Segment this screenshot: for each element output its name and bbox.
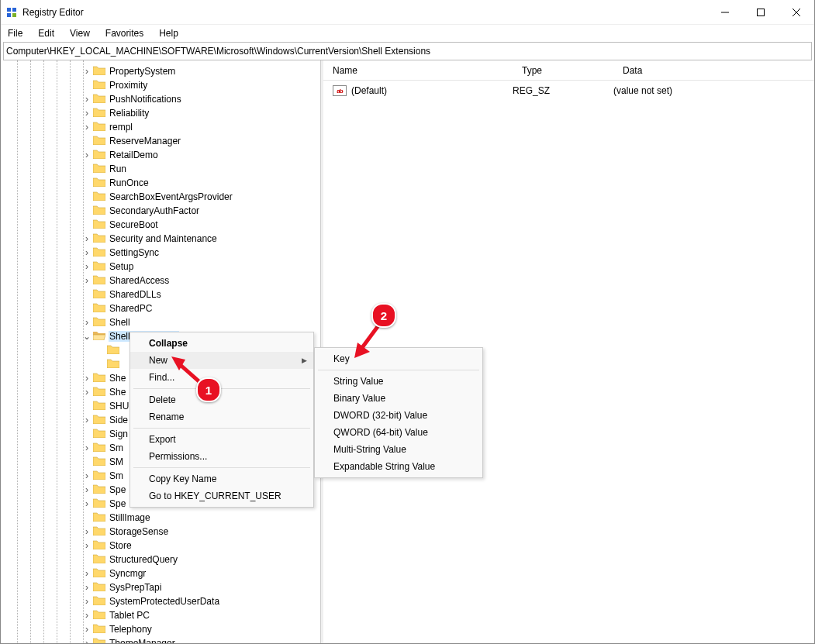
list-row[interactable]: ab (Default) REG_SZ (value not set) bbox=[323, 81, 814, 98]
tree-node[interactable]: StillImage bbox=[1, 511, 320, 525]
tree-node[interactable]: ›SystemProtectedUserData bbox=[1, 594, 320, 608]
tree-node[interactable]: ›RetailDemo bbox=[1, 148, 320, 162]
chevron-right-icon[interactable]: › bbox=[81, 526, 92, 537]
ctx-new-expand[interactable]: Expandable String Value bbox=[315, 458, 482, 475]
menu-favorites[interactable]: Favorites bbox=[103, 27, 146, 40]
chevron-right-icon[interactable]: › bbox=[81, 317, 92, 328]
col-header-data[interactable]: Data bbox=[613, 65, 814, 76]
col-header-type[interactable]: Type bbox=[513, 65, 613, 76]
chevron-right-icon[interactable]: › bbox=[81, 108, 92, 119]
ctx-new-qword[interactable]: QWORD (64-bit) Value bbox=[315, 424, 482, 441]
chevron-right-icon[interactable]: › bbox=[81, 582, 92, 593]
tree-node[interactable]: SharedDLLs bbox=[1, 288, 320, 301]
menu-edit[interactable]: Edit bbox=[36, 27, 57, 40]
tree-node[interactable]: ›StorageSense bbox=[1, 525, 320, 539]
tree-label: SM bbox=[109, 456, 124, 467]
ctx-rename[interactable]: Rename bbox=[130, 408, 313, 425]
chevron-right-icon[interactable]: › bbox=[81, 610, 92, 621]
maximize-button[interactable] bbox=[743, 0, 779, 24]
tree-node[interactable]: SharedPC bbox=[1, 301, 320, 315]
chevron-right-icon[interactable]: › bbox=[81, 470, 92, 481]
tree-node[interactable]: ›SysPrepTapi bbox=[1, 580, 320, 594]
chevron-right-icon[interactable]: › bbox=[81, 247, 92, 258]
ctx-find[interactable]: Find... bbox=[130, 369, 313, 386]
chevron-right-icon[interactable]: › bbox=[81, 624, 92, 635]
tree-label: RunOnce bbox=[109, 177, 150, 188]
tree-node[interactable]: ReserveManager bbox=[1, 134, 320, 148]
expander-placeholder bbox=[95, 345, 106, 356]
tree-node[interactable]: ›Shell bbox=[1, 315, 320, 329]
tree-node[interactable]: StructuredQuery bbox=[1, 553, 320, 567]
tree-node[interactable]: ›ThemeManager bbox=[1, 636, 320, 643]
svg-rect-3 bbox=[12, 13, 16, 17]
chevron-right-icon[interactable]: › bbox=[81, 66, 92, 77]
chevron-right-icon[interactable]: › bbox=[81, 484, 92, 495]
ctx-goto-hkcu[interactable]: Go to HKEY_CURRENT_USER bbox=[130, 487, 313, 505]
tree-label: PushNotifications bbox=[109, 94, 182, 105]
tree-node[interactable]: ›Security and Maintenance bbox=[1, 232, 320, 246]
svg-rect-2 bbox=[7, 13, 11, 17]
ctx-export[interactable]: Export bbox=[130, 431, 313, 448]
ctx-new-dword[interactable]: DWORD (32-bit) Value bbox=[315, 407, 482, 424]
menu-file[interactable]: File bbox=[5, 27, 25, 40]
chevron-right-icon[interactable]: › bbox=[81, 275, 92, 286]
tree-node[interactable]: SecondaryAuthFactor bbox=[1, 204, 320, 218]
address-bar[interactable]: Computer\HKEY_LOCAL_MACHINE\SOFTWARE\Mic… bbox=[3, 42, 812, 60]
chevron-right-icon[interactable]: › bbox=[81, 638, 92, 643]
ctx-new[interactable]: New▶ bbox=[130, 352, 313, 369]
tree-node[interactable]: SecureBoot bbox=[1, 218, 320, 232]
tree-node[interactable]: RunOnce bbox=[1, 176, 320, 190]
ctx-copy-key-name[interactable]: Copy Key Name bbox=[130, 470, 313, 487]
chevron-right-icon[interactable]: › bbox=[81, 94, 92, 105]
folder-icon bbox=[107, 344, 123, 356]
tree-node[interactable]: Run bbox=[1, 162, 320, 176]
svg-rect-0 bbox=[7, 8, 11, 12]
folder-icon bbox=[93, 498, 109, 510]
tree-node[interactable]: ›Telephony bbox=[1, 622, 320, 636]
tree-node[interactable]: ›SharedAccess bbox=[1, 274, 320, 288]
tree-label: SharedDLLs bbox=[109, 289, 162, 300]
expander-placeholder bbox=[81, 219, 92, 230]
minimize-button[interactable] bbox=[707, 0, 743, 24]
tree-label: Sign bbox=[109, 429, 129, 439]
tree-node[interactable]: ›Tablet PC bbox=[1, 608, 320, 622]
menu-view[interactable]: View bbox=[67, 27, 92, 40]
chevron-right-icon[interactable]: › bbox=[81, 150, 92, 160]
expander-placeholder bbox=[81, 205, 92, 216]
tree-node[interactable]: ›PushNotifications bbox=[1, 92, 320, 106]
chevron-right-icon[interactable]: › bbox=[81, 261, 92, 272]
ctx-delete[interactable]: Delete bbox=[130, 391, 313, 408]
tree-node[interactable]: Proximity bbox=[1, 78, 320, 92]
menu-help[interactable]: Help bbox=[157, 27, 181, 40]
chevron-right-icon[interactable]: › bbox=[81, 415, 92, 425]
chevron-right-icon[interactable]: › bbox=[81, 387, 92, 398]
chevron-right-icon[interactable]: › bbox=[81, 122, 92, 133]
tree-node[interactable]: ›rempl bbox=[1, 120, 320, 134]
ctx-new-string[interactable]: String Value bbox=[315, 373, 482, 390]
folder-icon bbox=[93, 219, 109, 231]
chevron-right-icon[interactable]: › bbox=[81, 443, 92, 453]
chevron-right-icon[interactable]: › bbox=[81, 568, 92, 579]
ctx-collapse[interactable]: Collapse bbox=[130, 335, 313, 352]
ctx-new-multi[interactable]: Multi-String Value bbox=[315, 441, 482, 458]
chevron-down-icon[interactable]: ⌄ bbox=[81, 331, 92, 342]
chevron-right-icon[interactable]: › bbox=[81, 540, 92, 551]
col-header-name[interactable]: Name bbox=[323, 65, 513, 76]
chevron-right-icon[interactable]: › bbox=[81, 498, 92, 509]
folder-icon bbox=[93, 609, 109, 622]
tree-label: Side bbox=[109, 415, 129, 425]
tree-node[interactable]: SearchBoxEventArgsProvider bbox=[1, 190, 320, 204]
tree-node[interactable]: ›SettingSync bbox=[1, 246, 320, 260]
chevron-right-icon[interactable]: › bbox=[81, 233, 92, 244]
chevron-right-icon[interactable]: › bbox=[81, 373, 92, 384]
ctx-new-key[interactable]: Key bbox=[315, 350, 482, 367]
tree-node[interactable]: ›Reliability bbox=[1, 106, 320, 120]
tree-node[interactable]: ›Setup bbox=[1, 260, 320, 274]
tree-node[interactable]: ›Store bbox=[1, 539, 320, 553]
chevron-right-icon[interactable]: › bbox=[81, 596, 92, 607]
close-button[interactable] bbox=[779, 0, 814, 24]
tree-node[interactable]: ›PropertySystem bbox=[1, 64, 320, 78]
ctx-new-binary[interactable]: Binary Value bbox=[315, 390, 482, 407]
ctx-permissions[interactable]: Permissions... bbox=[130, 448, 313, 465]
tree-node[interactable]: ›Syncmgr bbox=[1, 567, 320, 580]
